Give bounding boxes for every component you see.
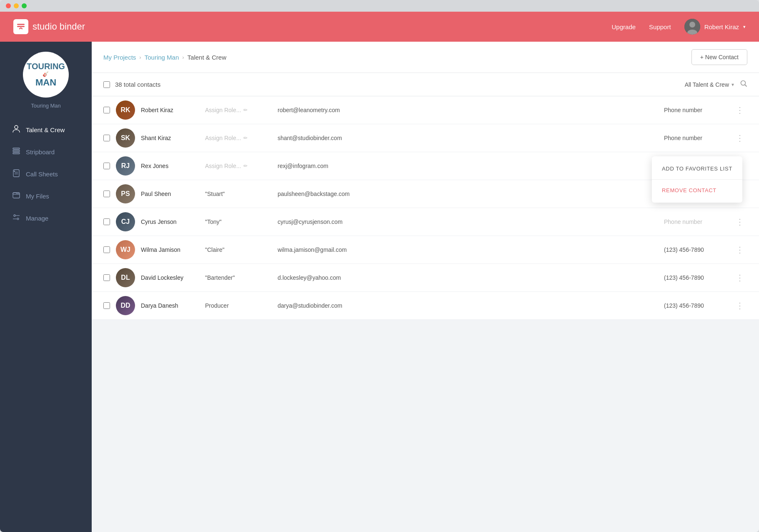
contact-avatar-6: DL (116, 268, 135, 287)
contact-role-0[interactable]: Assign Role... ✏ (205, 107, 272, 113)
row-checkbox-5[interactable] (103, 246, 110, 253)
svg-rect-1 (17, 26, 25, 27)
contacts-container: 38 total contacts All Talent & Crew ▾ (92, 73, 759, 532)
svg-rect-7 (13, 151, 20, 152)
project-logo-text: TOURING 🎸 MAN (23, 58, 68, 92)
upgrade-link[interactable]: Upgrade (612, 23, 636, 30)
new-contact-button[interactable]: + New Contact (691, 49, 747, 65)
contact-menu-btn-1[interactable]: ⋮ (732, 131, 747, 145)
svg-point-18 (741, 81, 746, 85)
row-checkbox-2[interactable] (103, 163, 110, 169)
breadcrumb-sep-2: › (182, 54, 184, 60)
contact-avatar-4: CJ (116, 212, 135, 231)
row-checkbox-3[interactable] (103, 191, 110, 197)
contact-phone-4: Phone number (664, 218, 726, 225)
svg-point-16 (17, 218, 19, 220)
contact-email-1: shant@studiobinder.com (278, 135, 658, 141)
project-name: Touring Man (31, 103, 61, 109)
filter-chevron-icon: ▾ (731, 82, 734, 88)
maximize-dot[interactable] (22, 3, 27, 8)
contacts-count-area: 38 total contacts (103, 81, 160, 88)
contacts-list: RK Robert Kiraz Assign Role... ✏ robert@… (92, 96, 759, 320)
row-checkbox-1[interactable] (103, 135, 110, 141)
svg-rect-6 (13, 148, 20, 149)
contact-menu-btn-0[interactable]: ⋮ (732, 103, 747, 117)
contacts-toolbar-right: All Talent & Crew ▾ (685, 80, 747, 89)
contact-role-4[interactable]: "Tony" (205, 218, 272, 225)
contact-email-6: d.lockesley@yahoo.com (278, 274, 658, 281)
search-button[interactable] (740, 80, 747, 89)
contact-phone-1: Phone number (664, 135, 726, 141)
contact-avatar-initials-5: WJ (120, 246, 130, 253)
sidebar-item-my-files[interactable]: My Files (0, 185, 92, 207)
contacts-toolbar: 38 total contacts All Talent & Crew ▾ (92, 73, 759, 96)
contact-menu-btn-6[interactable]: ⋮ (732, 271, 747, 284)
contact-menu-btn-5[interactable]: ⋮ (732, 243, 747, 256)
row-checkbox-7[interactable] (103, 302, 110, 309)
table-row: RJ Rex Jones Assign Role... ✏ rexj@infog… (92, 152, 759, 180)
sidebar-label-talent-crew: Talent & Crew (26, 126, 65, 133)
contact-role-3[interactable]: "Stuart" (205, 191, 272, 197)
user-name: Robert Kiraz (704, 23, 739, 30)
contact-avatar-0: RK (116, 100, 135, 120)
contact-avatar-initials-7: DD (120, 302, 130, 309)
total-contacts-label: 38 total contacts (115, 81, 160, 88)
user-menu[interactable]: Robert Kiraz ▾ (684, 19, 746, 35)
edit-role-icon: ✏ (243, 107, 248, 113)
contact-menu-btn-7[interactable]: ⋮ (732, 299, 747, 312)
contact-avatar-1: SK (116, 128, 135, 148)
sidebar-label-call-sheets: Call Sheets (26, 171, 58, 178)
contact-role-6[interactable]: "Bartender" (205, 274, 272, 281)
svg-rect-8 (13, 153, 20, 154)
contact-avatar-initials-6: DL (121, 274, 130, 281)
row-checkbox-6[interactable] (103, 274, 110, 281)
user-avatar (684, 19, 700, 35)
row-checkbox-0[interactable] (103, 107, 110, 113)
contact-phone-0: Phone number (664, 107, 726, 113)
sidebar-item-talent-crew[interactable]: Talent & Crew (0, 119, 92, 141)
contact-avatar-initials-1: SK (121, 134, 130, 142)
contact-role-7[interactable]: Producer (205, 302, 272, 309)
contact-role-2[interactable]: Assign Role... ✏ (205, 163, 272, 169)
contact-role-1[interactable]: Assign Role... ✏ (205, 135, 272, 141)
add-to-favorites-btn[interactable]: ADD TO FAVORITES LIST (652, 160, 742, 178)
contact-avatar-initials-2: RJ (121, 162, 130, 170)
contact-menu-btn-4[interactable]: ⋮ (732, 215, 747, 228)
brand-name: studio binder (33, 21, 85, 32)
contact-avatar-3: PS (116, 184, 135, 203)
contact-phone-5: (123) 456-7890 (664, 246, 726, 253)
select-all-checkbox[interactable] (103, 81, 110, 88)
sidebar-nav: Talent & Crew Stripboard (0, 119, 92, 229)
table-row: DL David Lockesley "Bartender" d.lockesl… (92, 264, 759, 292)
contact-avatar-initials-0: RK (120, 106, 130, 114)
remove-contact-btn[interactable]: REMOVE CONTACT (652, 181, 742, 199)
sidebar-item-stripboard[interactable]: Stripboard (0, 141, 92, 163)
contact-phone-7: (123) 456-7890 (664, 302, 726, 309)
breadcrumb-touring-man[interactable]: Touring Man (145, 54, 179, 61)
sidebar-item-manage[interactable]: Manage (0, 207, 92, 229)
minimize-dot[interactable] (14, 3, 19, 8)
logo-icon (13, 19, 28, 34)
close-dot[interactable] (6, 3, 11, 8)
contact-name-5: Wilma Jamison (141, 246, 199, 253)
manage-icon (12, 213, 21, 223)
filter-dropdown[interactable]: All Talent & Crew ▾ (685, 81, 734, 88)
table-row: CJ Cyrus Jenson "Tony" cyrusj@cyrusjenso… (92, 208, 759, 236)
project-logo: TOURING 🎸 MAN (23, 52, 69, 98)
contact-phone-6: (123) 456-7890 (664, 274, 726, 281)
contact-avatar-2: RJ (116, 156, 135, 176)
brand-logo: studio binder (13, 19, 85, 34)
row-checkbox-4[interactable] (103, 218, 110, 225)
contact-name-6: David Lockesley (141, 274, 199, 281)
contact-name-2: Rex Jones (141, 163, 199, 169)
svg-point-12 (14, 171, 15, 172)
breadcrumb-my-projects[interactable]: My Projects (103, 54, 136, 61)
support-link[interactable]: Support (649, 23, 671, 30)
main-content: My Projects › Touring Man › Talent & Cre… (92, 42, 759, 532)
sidebar-item-call-sheets[interactable]: Call Sheets (0, 163, 92, 185)
contact-name-4: Cyrus Jenson (141, 218, 199, 225)
topbar: studio binder Upgrade Support Robert Kir… (0, 12, 759, 42)
contact-avatar-7: DD (116, 296, 135, 315)
contact-role-5[interactable]: "Claire" (205, 246, 272, 253)
app-body: TOURING 🎸 MAN Touring Man Talent & Crew (0, 42, 759, 532)
